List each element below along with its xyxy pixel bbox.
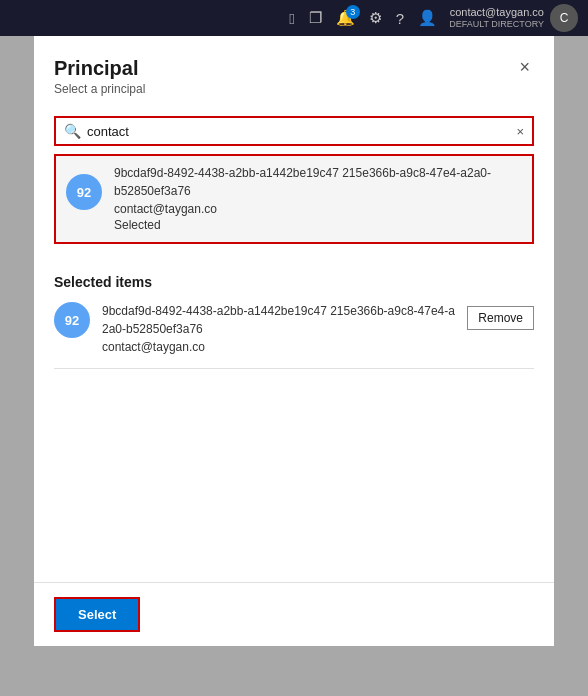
selected-item-avatar: 92	[54, 302, 90, 338]
selected-item-guid: 9bcdaf9d-8492-4438-a2bb-a1442be19c47 215…	[102, 302, 455, 338]
topbar-user: contact@taygan.co DEFAULT DIRECTORY C	[449, 4, 578, 32]
result-avatar: 92	[66, 174, 102, 210]
selected-item-email: contact@taygan.co	[102, 340, 455, 354]
result-status: Selected	[114, 218, 522, 232]
search-box[interactable]: 🔍 ×	[54, 116, 534, 146]
modal-title: Principal	[54, 56, 145, 80]
modal-header: Principal Select a principal ×	[34, 36, 554, 106]
search-people-icon[interactable]: 👤	[418, 9, 437, 27]
principal-modal: Principal Select a principal × 🔍 × 92 9b…	[34, 36, 554, 646]
directory-label: DEFAULT DIRECTORY	[449, 19, 544, 31]
avatar[interactable]: C	[550, 4, 578, 32]
terminal-icon[interactable]: 	[289, 10, 294, 27]
share-icon[interactable]: ❐	[309, 9, 322, 27]
user-email: contact@taygan.co	[450, 5, 544, 19]
topbar-icons:  ❐ 🔔 3 ⚙ ? 👤	[289, 9, 437, 27]
settings-icon[interactable]: ⚙	[369, 9, 382, 27]
search-icon: 🔍	[64, 123, 81, 139]
notification-badge: 3	[346, 5, 360, 19]
result-guid: 9bcdaf9d-8492-4438-a2bb-a1442be19c47 215…	[114, 164, 522, 200]
remove-button[interactable]: Remove	[467, 306, 534, 330]
selected-items-section: Selected items 92 9bcdaf9d-8492-4438-a2b…	[54, 274, 534, 369]
notification-icon[interactable]: 🔔 3	[336, 9, 355, 27]
modal-body: 🔍 × 92 9bcdaf9d-8492-4438-a2bb-a1442be19…	[34, 106, 554, 476]
close-button[interactable]: ×	[515, 56, 534, 78]
modal-footer: Select	[34, 582, 554, 646]
selected-items-title: Selected items	[54, 274, 534, 290]
user-info: contact@taygan.co DEFAULT DIRECTORY	[449, 5, 544, 31]
modal-subtitle: Select a principal	[54, 82, 145, 96]
result-email: contact@taygan.co	[114, 202, 522, 216]
result-info: 9bcdaf9d-8492-4438-a2bb-a1442be19c47 215…	[114, 164, 522, 232]
search-clear-icon[interactable]: ×	[516, 124, 524, 139]
help-icon[interactable]: ?	[396, 10, 404, 27]
selected-item-info: 9bcdaf9d-8492-4438-a2bb-a1442be19c47 215…	[102, 302, 455, 354]
topbar:  ❐ 🔔 3 ⚙ ? 👤 contact@taygan.co DEFAULT …	[0, 0, 588, 36]
modal-spacer	[34, 476, 554, 583]
selected-item-row: 92 9bcdaf9d-8492-4438-a2bb-a1442be19c47 …	[54, 302, 534, 369]
search-input[interactable]	[87, 124, 510, 139]
search-result-dropdown[interactable]: 92 9bcdaf9d-8492-4438-a2bb-a1442be19c47 …	[54, 154, 534, 244]
modal-title-block: Principal Select a principal	[54, 56, 145, 96]
select-button[interactable]: Select	[54, 597, 140, 632]
modal-backdrop: Principal Select a principal × 🔍 × 92 9b…	[0, 36, 588, 696]
